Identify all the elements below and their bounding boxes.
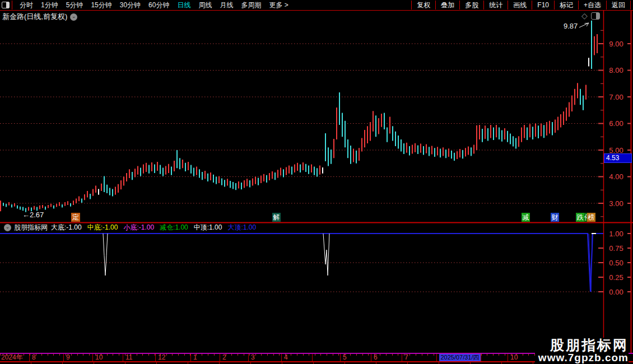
date-separator <box>340 354 341 361</box>
indicator-param: 减仓:1.00 <box>160 223 188 231</box>
indicator-param: 大顶:1.00 <box>227 223 256 231</box>
pane-icon[interactable] <box>591 12 600 20</box>
action-button[interactable]: 统计 <box>483 1 508 10</box>
indicator-white-spike <box>103 234 108 276</box>
timeframe-item[interactable]: 周线 <box>194 1 216 10</box>
date-label: 12 <box>158 354 165 361</box>
action-button[interactable]: 多股 <box>459 1 483 10</box>
event-marker: 减 <box>522 213 530 222</box>
price-axis-label: 3.00 <box>609 199 623 208</box>
action-button[interactable]: 复权 <box>411 1 435 10</box>
date-separator <box>155 354 156 361</box>
action-button[interactable]: +自选 <box>578 1 606 10</box>
watermark-brand: 股朋指标网 <box>538 338 629 352</box>
indicator-axis-label: 0.75 <box>609 244 623 253</box>
indicator-white-spike <box>323 234 329 276</box>
date-label: 6 <box>374 354 378 361</box>
date-separator <box>123 354 123 361</box>
indicator-axis-label: 0.25 <box>609 273 623 282</box>
timeframe-item[interactable]: 1分钟 <box>37 1 62 10</box>
low-annotation: ←2.67 <box>22 211 44 219</box>
date-label: 9 <box>66 354 70 361</box>
timeframe-menu: 分时1分钟5分钟15分钟30分钟60分钟日线周线月线多周期更多 > <box>16 1 292 10</box>
price-axis-label: 4.00 <box>609 172 623 181</box>
chart-corner-icons: ◇ <box>581 11 600 20</box>
action-menu: 复权叠加多股统计画线F10标记+自选返回 <box>411 0 631 10</box>
date-separator <box>220 354 220 361</box>
chart-title: 新金路(日线,前复权) <box>2 12 67 22</box>
date-label: 5 <box>343 354 347 361</box>
timeframe-item[interactable]: 月线 <box>216 1 237 10</box>
indicator-param: 大底:-1.00 <box>51 223 82 231</box>
action-button[interactable]: 返回 <box>606 1 631 10</box>
date-label: 4 <box>284 354 288 361</box>
date-separator <box>92 354 93 361</box>
event-marker: 解 <box>272 213 281 222</box>
date-separator <box>281 354 282 361</box>
date-label: 2 <box>222 354 226 361</box>
date-separator <box>508 354 508 361</box>
indicator-axis-label: 0.50 <box>609 259 623 267</box>
timeframe-item[interactable]: 15分钟 <box>87 1 115 10</box>
date-separator <box>402 354 402 361</box>
date-label: 3 <box>251 354 255 361</box>
action-button[interactable]: F10 <box>532 1 554 10</box>
indicator-param: 中顶:1.00 <box>194 223 222 231</box>
date-separator <box>63 354 64 361</box>
date-label: 10 <box>95 354 103 361</box>
indicator-source: 股朋指标网 <box>14 223 48 232</box>
menubar-divider <box>12 1 12 10</box>
event-marker: 财 <box>551 213 559 222</box>
event-marker: 跌 <box>576 213 584 222</box>
title-dropdown-icon[interactable]: ⌄ <box>70 13 77 21</box>
chart-canvas: 9.008.007.006.005.004.003.001.000.750.50… <box>0 0 633 364</box>
selected-date-tag: 2025/07/31/四 <box>439 354 481 361</box>
date-separator <box>29 354 30 361</box>
indicator-param: 中底:-1.00 <box>87 223 118 231</box>
date-label: 7 <box>404 354 408 361</box>
date-label: 1 <box>193 354 197 361</box>
indicator-header: ⌄ 股朋指标网 大底:-1.00中底:-1.00小底:-1.00减仓:1.00中… <box>1 223 262 232</box>
price-axis-label: 8.00 <box>609 66 623 74</box>
date-separator <box>436 354 437 361</box>
timeframe-item[interactable]: 分时 <box>16 1 37 10</box>
diamond-icon[interactable]: ◇ <box>581 11 588 20</box>
date-label: 11 <box>125 354 132 361</box>
action-button[interactable]: 标记 <box>554 1 578 10</box>
timeframe-item[interactable]: 5分钟 <box>62 1 87 10</box>
date-separator <box>371 354 371 361</box>
date-separator <box>481 354 481 361</box>
price-axis-label: 9.00 <box>609 40 623 48</box>
date-label: 8 <box>32 354 36 361</box>
action-button[interactable]: 叠加 <box>435 1 459 10</box>
indicator-param: 小底:-1.00 <box>123 223 154 231</box>
event-marker: 定 <box>71 213 80 222</box>
chart-title-row: 新金路(日线,前复权) ⌄ <box>2 12 77 22</box>
timeframe-item[interactable]: 日线 <box>173 1 194 10</box>
watermark-url: www.7gpzb.com <box>538 352 629 363</box>
indicator-values: 大底:-1.00中底:-1.00小底:-1.00减仓:1.00中顶:1.00大顶… <box>51 223 262 232</box>
price-axis-label: 6.00 <box>609 119 623 128</box>
date-separator <box>248 354 249 361</box>
action-button[interactable]: 画线 <box>508 1 532 10</box>
timeframe-item[interactable]: 更多 > <box>265 1 292 10</box>
timeframe-item[interactable]: 60分钟 <box>145 1 173 10</box>
indicator-axis-label: 0.00 <box>609 288 623 296</box>
date-separator <box>190 354 191 361</box>
peak-annotation: 9.87 <box>564 22 578 30</box>
watermark: 股朋指标网 www.7gpzb.com <box>535 338 629 363</box>
timeframe-item[interactable]: 30分钟 <box>116 1 145 10</box>
date-separator <box>312 354 313 361</box>
indicator-axis-label: 1.00 <box>609 230 623 238</box>
timeframe-item[interactable]: 多周期 <box>237 1 265 10</box>
app-window: 9.008.007.006.005.004.003.001.000.750.50… <box>0 0 633 364</box>
indicator-dropdown-icon[interactable]: ⌄ <box>4 224 11 231</box>
price-axis-label: 7.00 <box>609 93 623 101</box>
date-label: 10 <box>510 354 518 361</box>
event-marker: 榜 <box>587 213 595 222</box>
layout-icon[interactable] <box>2 2 10 8</box>
last-price-tag: 4.53 <box>604 153 632 163</box>
date-label: 2024年 <box>1 354 23 361</box>
